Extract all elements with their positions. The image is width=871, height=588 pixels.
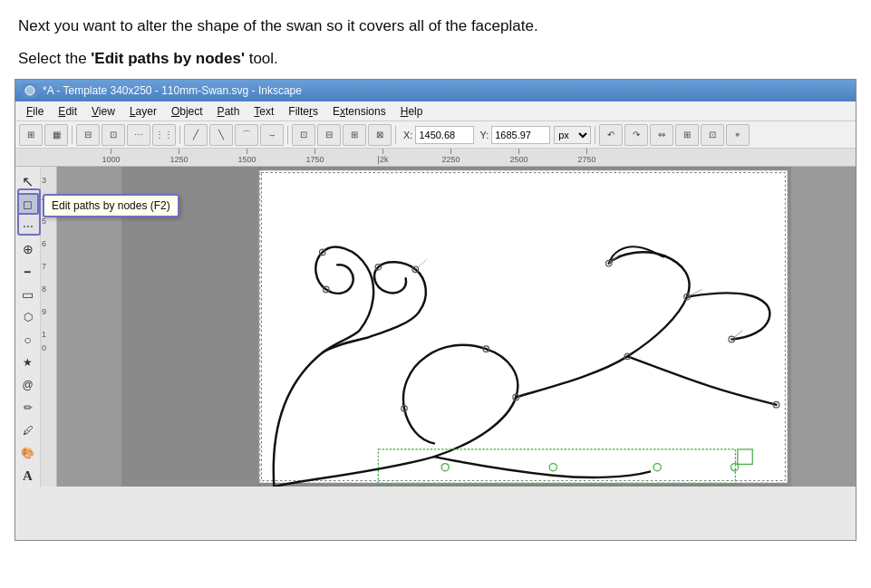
toolbar-rot1[interactable]: ↶ bbox=[599, 124, 623, 146]
ruler-mark-2750: 2750 bbox=[553, 149, 621, 166]
toolbar-align3[interactable]: ⊞ bbox=[343, 124, 366, 146]
menu-object[interactable]: Object bbox=[164, 103, 210, 120]
toolbar-sep2 bbox=[179, 126, 180, 144]
instruction-line2-prefix: Select the bbox=[18, 50, 91, 67]
toolbar-snap1[interactable]: ⊞ bbox=[19, 124, 43, 146]
svg-rect-2 bbox=[259, 170, 788, 483]
toolbar-node4[interactable]: ⋮⋮ bbox=[152, 124, 176, 146]
toolbar-transform[interactable]: ⌖ bbox=[726, 124, 750, 146]
toolbar-path4[interactable]: ⌣ bbox=[260, 124, 284, 146]
ruler-mark-1750: 1750 bbox=[281, 149, 349, 166]
canvas-row: ↖ ◻ ⋯ ⊕ ━ ▭ ⬡ ○ ★ bbox=[15, 167, 856, 487]
toolbar-node1[interactable]: ⊟ bbox=[76, 124, 100, 146]
toolbar-align1[interactable]: ⊡ bbox=[292, 124, 315, 146]
instruction-line2-highlight: 'Edit paths by nodes' bbox=[91, 50, 245, 67]
x-label: X: bbox=[403, 130, 412, 140]
app-icon bbox=[23, 83, 37, 98]
tooltip-text: Edit paths by nodes (F2) bbox=[52, 199, 170, 212]
tool-measure[interactable]: ━ bbox=[17, 261, 39, 283]
coord-x: X: bbox=[403, 126, 474, 144]
content-area: 1000 1250 1500 1750 |2k 2250 2500 2750 ↖… bbox=[15, 149, 856, 487]
toolbar-snap2[interactable]: ▦ bbox=[44, 124, 68, 146]
toolbar-align2[interactable]: ⊟ bbox=[317, 124, 341, 146]
ruler-mark-2500: 2500 bbox=[485, 149, 553, 166]
toolbar-path3[interactable]: ⌒ bbox=[235, 124, 258, 146]
left-toolbar-wrapper: ↖ ◻ ⋯ ⊕ ━ ▭ ⬡ ○ ★ bbox=[15, 167, 41, 487]
menu-view[interactable]: View bbox=[84, 103, 122, 120]
tool-rect[interactable]: ▭ bbox=[17, 284, 39, 305]
menu-filters[interactable]: Filters bbox=[281, 103, 325, 120]
tool-star[interactable]: ★ bbox=[17, 352, 39, 373]
unit-select[interactable]: px mm cm bbox=[554, 126, 591, 144]
toolbar-sep5 bbox=[595, 126, 595, 144]
tool-tweak[interactable]: ⋯ bbox=[17, 216, 39, 237]
ruler-mark-1000: 1000 bbox=[77, 149, 145, 166]
main-toolbar: ⊞ ▦ ⊟ ⊡ ⋯ ⋮⋮ ╱ ╲ ⌒ ⌣ ⊡ ⊟ ⊞ ⊠ X: Y: px mm… bbox=[15, 121, 856, 149]
tool-paint[interactable]: 🎨 bbox=[17, 442, 39, 464]
ruler-top: 1000 1250 1500 1750 |2k 2250 2500 2750 bbox=[15, 149, 856, 167]
instruction-line2: Select the 'Edit paths by nodes' tool. bbox=[18, 47, 853, 71]
tooltip-popup: Edit paths by nodes (F2) bbox=[43, 194, 179, 217]
toolbar-node2[interactable]: ⊡ bbox=[102, 124, 125, 146]
ruler-mark-2250: 2250 bbox=[417, 149, 485, 166]
tool-3dbox[interactable]: ⬡ bbox=[17, 306, 39, 328]
toolbar-flip1[interactable]: ⇔ bbox=[650, 124, 673, 146]
menu-path[interactable]: Path bbox=[210, 103, 247, 120]
toolbar-path1[interactable]: ╱ bbox=[184, 124, 208, 146]
toolbar-zoom1[interactable]: ⊞ bbox=[675, 124, 699, 146]
toolbar-rot2[interactable]: ↷ bbox=[624, 124, 648, 146]
instruction-line2-suffix: tool. bbox=[245, 50, 278, 67]
toolbar-sep3 bbox=[287, 126, 288, 144]
inkscape-window: *A - Template 340x250 - 110mm-Swan.svg -… bbox=[15, 79, 856, 541]
toolbar-sep1 bbox=[72, 126, 73, 144]
tool-circle[interactable]: ○ bbox=[17, 329, 39, 351]
ruler-mark-1500: 1500 bbox=[213, 149, 281, 166]
window-title: *A - Template 340x250 - 110mm-Swan.svg -… bbox=[43, 84, 302, 97]
toolbar-sep4 bbox=[395, 126, 396, 144]
toolbar-path2[interactable]: ╲ bbox=[209, 124, 233, 146]
menu-extensions[interactable]: Extensions bbox=[325, 103, 393, 120]
toolbar-node3[interactable]: ⋯ bbox=[127, 124, 150, 146]
tool-selector[interactable]: ↖ bbox=[17, 170, 39, 192]
tool-zoom[interactable]: ⊕ bbox=[17, 238, 39, 260]
menu-layer[interactable]: Layer bbox=[122, 103, 164, 120]
x-input[interactable] bbox=[415, 126, 474, 144]
y-input[interactable] bbox=[491, 126, 550, 144]
tool-node-editor[interactable]: ◻ bbox=[17, 193, 39, 215]
title-bar: *A - Template 340x250 - 110mm-Swan.svg -… bbox=[15, 80, 856, 101]
menu-edit[interactable]: Edit bbox=[51, 103, 84, 120]
left-toolbar: ↖ ◻ ⋯ ⊕ ━ ▭ ⬡ ○ ★ bbox=[15, 167, 41, 487]
tool-pencil[interactable]: ✏ bbox=[17, 397, 39, 419]
menu-file[interactable]: File bbox=[19, 103, 51, 120]
toolbar-align4[interactable]: ⊠ bbox=[368, 124, 392, 146]
instruction-line1: Next you want to alter the shape of the … bbox=[18, 14, 853, 38]
tool-text[interactable]: A bbox=[17, 465, 39, 487]
coord-y: Y: bbox=[479, 126, 550, 144]
ruler-mark-2k: |2k bbox=[349, 149, 417, 166]
toolbar-zoom2[interactable]: ⊡ bbox=[701, 124, 724, 146]
svg-point-0 bbox=[25, 86, 34, 95]
ruler-top-marks: 1000 1250 1500 1750 |2k 2250 2500 2750 bbox=[77, 149, 856, 166]
menu-bar: File Edit View Layer Object Path Text Fi… bbox=[15, 101, 856, 121]
ruler-mark-1250: 1250 bbox=[145, 149, 213, 166]
menu-text[interactable]: Text bbox=[247, 103, 281, 120]
tool-pen[interactable]: 🖊 bbox=[17, 419, 39, 441]
y-label: Y: bbox=[479, 130, 489, 140]
tool-spiral[interactable]: @ bbox=[17, 374, 39, 396]
menu-help[interactable]: Help bbox=[393, 103, 431, 120]
instruction-area: Next you want to alter the shape of the … bbox=[0, 0, 871, 79]
